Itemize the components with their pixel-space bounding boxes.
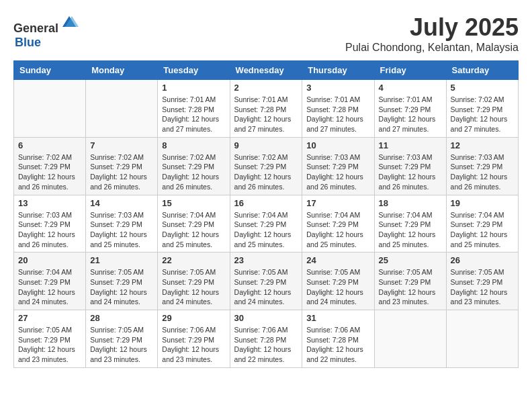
day-number: 5: [451, 83, 514, 93]
day-number: 11: [379, 140, 442, 150]
day-number: 27: [18, 313, 81, 323]
day-info: Sunrise: 7:03 AMSunset: 7:29 PMDaylight:…: [90, 210, 153, 250]
daylight-text: Daylight: 12 hours and 24 minutes.: [90, 288, 147, 306]
day-info: Sunrise: 7:05 AMSunset: 7:29 PMDaylight:…: [451, 267, 514, 307]
day-info: Sunrise: 7:06 AMSunset: 7:28 PMDaylight:…: [306, 325, 369, 365]
day-info: Sunrise: 7:05 AMSunset: 7:29 PMDaylight:…: [379, 267, 442, 307]
day-info: Sunrise: 7:03 AMSunset: 7:29 PMDaylight:…: [18, 210, 81, 250]
sunrise-text: Sunrise: 7:03 AM: [18, 211, 72, 219]
sunset-text: Sunset: 7:29 PM: [451, 220, 503, 228]
logo-general: General: [13, 21, 58, 35]
calendar-day-cell: 5Sunrise: 7:02 AMSunset: 7:29 PMDaylight…: [446, 80, 518, 138]
day-number: 20: [18, 255, 81, 265]
logo-icon: [60, 13, 79, 32]
calendar-day-cell: 15Sunrise: 7:04 AMSunset: 7:29 PMDayligh…: [158, 195, 230, 253]
day-info: Sunrise: 7:05 AMSunset: 7:29 PMDaylight:…: [234, 267, 298, 307]
day-info: Sunrise: 7:05 AMSunset: 7:29 PMDaylight:…: [162, 267, 225, 307]
daylight-text: Daylight: 12 hours and 25 minutes.: [90, 230, 147, 248]
sunrise-text: Sunrise: 7:02 AM: [234, 153, 288, 161]
day-number: 2: [234, 83, 298, 93]
daylight-text: Daylight: 12 hours and 26 minutes.: [162, 173, 219, 191]
daylight-text: Daylight: 12 hours and 26 minutes.: [451, 173, 508, 191]
sunset-text: Sunset: 7:29 PM: [306, 278, 359, 286]
sunrise-text: Sunrise: 7:05 AM: [18, 326, 72, 334]
day-number: 6: [18, 140, 81, 150]
sunrise-text: Sunrise: 7:01 AM: [162, 95, 216, 103]
day-info: Sunrise: 7:05 AMSunset: 7:29 PMDaylight:…: [90, 267, 153, 307]
day-number: 22: [162, 255, 225, 265]
calendar-day-cell: 30Sunrise: 7:06 AMSunset: 7:28 PMDayligh…: [230, 310, 302, 368]
calendar-day-cell: 29Sunrise: 7:06 AMSunset: 7:29 PMDayligh…: [158, 310, 230, 368]
day-number: 23: [234, 255, 298, 265]
day-number: 19: [451, 198, 514, 208]
sunrise-text: Sunrise: 7:04 AM: [18, 268, 72, 276]
day-info: Sunrise: 7:06 AMSunset: 7:28 PMDaylight:…: [234, 325, 298, 365]
calendar-day-cell: 31Sunrise: 7:06 AMSunset: 7:28 PMDayligh…: [302, 310, 374, 368]
calendar-day-cell: [446, 310, 518, 368]
day-info: Sunrise: 7:04 AMSunset: 7:29 PMDaylight:…: [379, 210, 442, 250]
sunrise-text: Sunrise: 7:05 AM: [451, 268, 504, 276]
sunset-text: Sunset: 7:29 PM: [451, 278, 503, 286]
day-number: 21: [90, 255, 153, 265]
day-number: 30: [234, 313, 298, 323]
calendar-day-cell: 17Sunrise: 7:04 AMSunset: 7:29 PMDayligh…: [302, 195, 374, 253]
daylight-text: Daylight: 12 hours and 23 minutes.: [379, 288, 436, 306]
day-info: Sunrise: 7:01 AMSunset: 7:29 PMDaylight:…: [379, 95, 442, 134]
sunrise-text: Sunrise: 7:06 AM: [162, 326, 216, 334]
daylight-text: Daylight: 12 hours and 23 minutes.: [18, 345, 75, 363]
location: Pulai Chondong, Kelantan, Malaysia: [345, 42, 519, 54]
day-number: 14: [90, 198, 153, 208]
day-info: Sunrise: 7:01 AMSunset: 7:28 PMDaylight:…: [234, 95, 298, 134]
calendar-day-cell: 26Sunrise: 7:05 AMSunset: 7:29 PMDayligh…: [446, 253, 518, 310]
sunrise-text: Sunrise: 7:05 AM: [90, 326, 144, 334]
calendar-week-row: 6Sunrise: 7:02 AMSunset: 7:29 PMDaylight…: [14, 137, 519, 195]
title-area: July 2025 Pulai Chondong, Kelantan, Mala…: [345, 13, 519, 54]
weekday-header-row: SundayMondayTuesdayWednesdayThursdayFrid…: [14, 61, 519, 80]
calendar-day-cell: 22Sunrise: 7:05 AMSunset: 7:29 PMDayligh…: [158, 253, 230, 310]
day-info: Sunrise: 7:02 AMSunset: 7:29 PMDaylight:…: [90, 152, 153, 192]
day-info: Sunrise: 7:01 AMSunset: 7:28 PMDaylight:…: [306, 95, 369, 134]
sunrise-text: Sunrise: 7:04 AM: [379, 211, 433, 219]
sunset-text: Sunset: 7:29 PM: [162, 336, 214, 344]
sunset-text: Sunset: 7:28 PM: [234, 105, 287, 113]
calendar-week-row: 1Sunrise: 7:01 AMSunset: 7:28 PMDaylight…: [14, 80, 519, 138]
weekday-header-tuesday: Tuesday: [158, 61, 230, 80]
sunrise-text: Sunrise: 7:04 AM: [306, 211, 360, 219]
calendar-day-cell: 23Sunrise: 7:05 AMSunset: 7:29 PMDayligh…: [230, 253, 302, 310]
daylight-text: Daylight: 12 hours and 23 minutes.: [451, 288, 508, 306]
daylight-text: Daylight: 12 hours and 25 minutes.: [379, 230, 436, 248]
calendar-day-cell: [14, 80, 86, 138]
calendar-day-cell: 3Sunrise: 7:01 AMSunset: 7:28 PMDaylight…: [302, 80, 374, 138]
day-info: Sunrise: 7:04 AMSunset: 7:29 PMDaylight:…: [162, 210, 225, 250]
day-number: 1: [162, 83, 225, 93]
day-info: Sunrise: 7:06 AMSunset: 7:29 PMDaylight:…: [162, 325, 225, 365]
sunset-text: Sunset: 7:29 PM: [90, 278, 142, 286]
calendar-day-cell: 4Sunrise: 7:01 AMSunset: 7:29 PMDaylight…: [374, 80, 446, 138]
day-info: Sunrise: 7:03 AMSunset: 7:29 PMDaylight:…: [306, 152, 369, 192]
sunrise-text: Sunrise: 7:03 AM: [379, 153, 433, 161]
day-info: Sunrise: 7:04 AMSunset: 7:29 PMDaylight:…: [451, 210, 514, 250]
calendar-day-cell: 14Sunrise: 7:03 AMSunset: 7:29 PMDayligh…: [86, 195, 158, 253]
sunrise-text: Sunrise: 7:01 AM: [234, 95, 288, 103]
calendar-day-cell: 27Sunrise: 7:05 AMSunset: 7:29 PMDayligh…: [14, 310, 86, 368]
calendar-day-cell: 19Sunrise: 7:04 AMSunset: 7:29 PMDayligh…: [446, 195, 518, 253]
daylight-text: Daylight: 12 hours and 27 minutes.: [451, 115, 508, 133]
sunrise-text: Sunrise: 7:04 AM: [162, 211, 216, 219]
daylight-text: Daylight: 12 hours and 27 minutes.: [234, 115, 292, 133]
day-number: 10: [306, 140, 369, 150]
weekday-header-wednesday: Wednesday: [230, 61, 302, 80]
daylight-text: Daylight: 12 hours and 25 minutes.: [451, 230, 508, 248]
sunset-text: Sunset: 7:29 PM: [162, 278, 214, 286]
sunset-text: Sunset: 7:29 PM: [451, 163, 503, 171]
day-info: Sunrise: 7:02 AMSunset: 7:29 PMDaylight:…: [451, 95, 514, 134]
daylight-text: Daylight: 12 hours and 22 minutes.: [234, 345, 292, 363]
sunrise-text: Sunrise: 7:06 AM: [234, 326, 288, 334]
sunset-text: Sunset: 7:29 PM: [162, 220, 214, 228]
daylight-text: Daylight: 12 hours and 26 minutes.: [18, 230, 75, 248]
daylight-text: Daylight: 12 hours and 27 minutes.: [162, 115, 219, 133]
calendar-day-cell: 18Sunrise: 7:04 AMSunset: 7:29 PMDayligh…: [374, 195, 446, 253]
sunset-text: Sunset: 7:29 PM: [379, 163, 431, 171]
daylight-text: Daylight: 12 hours and 26 minutes.: [18, 173, 75, 191]
sunset-text: Sunset: 7:29 PM: [379, 220, 431, 228]
daylight-text: Daylight: 12 hours and 25 minutes.: [234, 230, 292, 248]
